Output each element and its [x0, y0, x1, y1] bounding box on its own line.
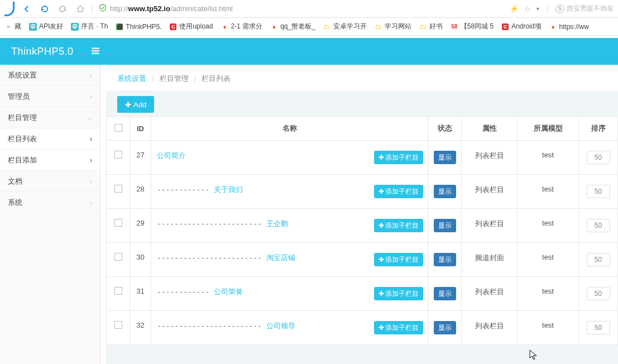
row-attr: 列表栏目 [462, 141, 518, 175]
content-area: 系统设置 / 栏目管理 / 栏目列表 ✚Add ID 名称 状态 属性 所属模型 [106, 65, 618, 364]
bookmark-icon: ⦿ [71, 23, 79, 31]
state-button[interactable]: 显示 [434, 253, 456, 266]
col-id: ID [130, 117, 151, 141]
admin-header: ThinkPHP5.0 [0, 38, 618, 65]
bookmark-item[interactable]: 🗀好书 [419, 22, 443, 31]
chevron-down-icon[interactable]: ▾ [536, 6, 539, 12]
state-button[interactable]: 显示 [434, 287, 456, 300]
sidebar-item[interactable]: 系统设置› [0, 65, 100, 86]
breadcrumb-sep: / [152, 75, 154, 83]
bookmark-item[interactable]: ⬛ThinkPHP5. [116, 23, 161, 31]
breadcrumb-root[interactable]: 系统设置 [117, 74, 146, 84]
row-name-link[interactable]: 公司简介 [157, 151, 186, 160]
chevron-icon: › [90, 135, 92, 143]
row-checkbox[interactable] [114, 219, 122, 227]
bookmark-item[interactable]: 🗀安卓学习开 [323, 22, 367, 31]
bookmark-item[interactable]: CAndroid项 [501, 22, 541, 31]
sidebar-item[interactable]: 系统› [0, 192, 100, 213]
bookmark-label: 使用upload [179, 22, 213, 31]
bookmark-item[interactable]: »藏 [4, 22, 21, 31]
add-subcategory-button[interactable]: ✚添加子栏目 [374, 151, 423, 164]
sidebar-item[interactable]: 管理员› [0, 86, 100, 107]
search-placeholder: 西安男版不倒翁 [567, 4, 614, 13]
menu-toggle-button[interactable] [90, 46, 100, 58]
bookmark-item[interactable]: ♦https://ww [549, 23, 589, 31]
plus-icon: ✚ [379, 290, 384, 298]
sidebar-item[interactable]: 文档› [0, 171, 100, 192]
bookmark-icon: C [169, 23, 177, 31]
state-button[interactable]: 显示 [434, 321, 456, 334]
row-name-link[interactable]: 王企鹅 [266, 219, 288, 228]
bookmark-item[interactable]: ⦿API友好 [29, 22, 63, 31]
sidebar-subitem[interactable]: 栏目列表› [0, 128, 100, 150]
sort-input[interactable] [587, 151, 610, 164]
row-checkbox[interactable] [114, 151, 122, 159]
row-attr: 列表栏目 [462, 277, 518, 311]
chevron-icon: › [90, 178, 92, 185]
reload-button[interactable] [38, 2, 51, 16]
sort-input[interactable] [587, 287, 610, 300]
bookmark-item[interactable]: 58【58同城 5 [451, 22, 494, 31]
bookmark-label: 【58同城 5 [461, 22, 494, 31]
undo-button[interactable] [56, 2, 69, 16]
sidebar-subitem-label: 栏目列表 [8, 134, 37, 144]
star-icon[interactable]: ☆ [524, 4, 531, 13]
sidebar-item-label: 文档 [8, 176, 22, 186]
state-button[interactable]: 显示 [434, 151, 456, 164]
col-name: 名称 [151, 117, 428, 141]
add-subcategory-button[interactable]: ✚添加子栏目 [374, 321, 423, 334]
bookmark-icon: 🗀 [375, 23, 382, 31]
plus-icon: ✚ [379, 154, 384, 161]
sidebar-subitem[interactable]: 栏目添加› [0, 150, 100, 171]
sort-input[interactable] [587, 253, 610, 266]
sort-input[interactable] [587, 185, 610, 198]
sidebar-item-label: 系统 [8, 198, 22, 208]
bookmark-label: 2-1 需求分 [231, 22, 262, 31]
divider [547, 4, 548, 13]
sort-input[interactable] [587, 219, 610, 232]
add-subcategory-button[interactable]: ✚添加子栏目 [374, 185, 423, 198]
row-checkbox[interactable] [114, 185, 122, 193]
breadcrumb: 系统设置 / 栏目管理 / 栏目列表 [106, 67, 618, 90]
bookmark-item[interactable]: ⦿序言 · Th [71, 22, 108, 31]
add-subcategory-button[interactable]: ✚添加子栏目 [374, 287, 423, 300]
sort-input[interactable] [587, 321, 610, 334]
bookmark-item[interactable]: ♦2-1 需求分 [221, 22, 262, 31]
bookmark-item[interactable]: C使用upload [169, 22, 213, 31]
bookmark-label: API友好 [39, 22, 63, 31]
row-id: 27 [130, 141, 151, 175]
row-checkbox[interactable] [114, 287, 122, 295]
row-name-link[interactable]: 公司荣誉 [214, 288, 243, 296]
flash-icon[interactable]: ⚡ [510, 4, 519, 13]
bookmark-label: Android项 [511, 22, 541, 31]
state-button[interactable]: 显示 [434, 185, 456, 198]
chevron-icon: › [90, 72, 92, 79]
add-subcategory-button[interactable]: ✚添加子栏目 [374, 253, 423, 266]
sidebar-item[interactable]: 栏目管理⌄ [0, 107, 100, 128]
plus-icon: ✚ [379, 324, 384, 332]
row-id: 32 [130, 311, 151, 345]
state-button[interactable]: 显示 [434, 219, 456, 232]
row-name-link[interactable]: 关于我们 [214, 185, 243, 194]
row-attr: 列表栏目 [462, 175, 518, 209]
bookmark-icon: 58 [451, 23, 458, 31]
bookmark-label: 序言 · Th [81, 22, 108, 31]
add-button[interactable]: ✚Add [117, 96, 154, 113]
row-id: 29 [130, 209, 151, 243]
bookmarks-bar: »藏⦿API友好⦿序言 · Th⬛ThinkPHP5.C使用upload♦2-1… [0, 18, 618, 36]
table-row: 32 ------------------------ 公司领导 ✚添加子栏目 … [107, 311, 618, 345]
bookmark-item[interactable]: 🗀学习网站 [375, 22, 411, 31]
plus-icon: ✚ [379, 256, 384, 264]
row-checkbox[interactable] [114, 321, 122, 329]
search-engine[interactable]: S 西安男版不倒翁 [555, 4, 614, 13]
row-name-link[interactable]: 淘宝店铺 [266, 253, 295, 262]
add-subcategory-button[interactable]: ✚添加子栏目 [374, 219, 423, 232]
row-checkbox[interactable] [114, 253, 122, 261]
back-button[interactable] [20, 2, 33, 16]
checkbox-all[interactable] [114, 124, 122, 132]
home-button[interactable] [74, 2, 87, 16]
row-name-link[interactable]: 公司领导 [266, 322, 295, 330]
url-text: http://www.tp52.io/admin/cate/lst.html [110, 4, 233, 13]
bookmark-item[interactable]: ♦qq_蟹老板_ [270, 22, 315, 31]
url-bar[interactable]: http://www.tp52.io/admin/cate/lst.html [99, 2, 505, 16]
